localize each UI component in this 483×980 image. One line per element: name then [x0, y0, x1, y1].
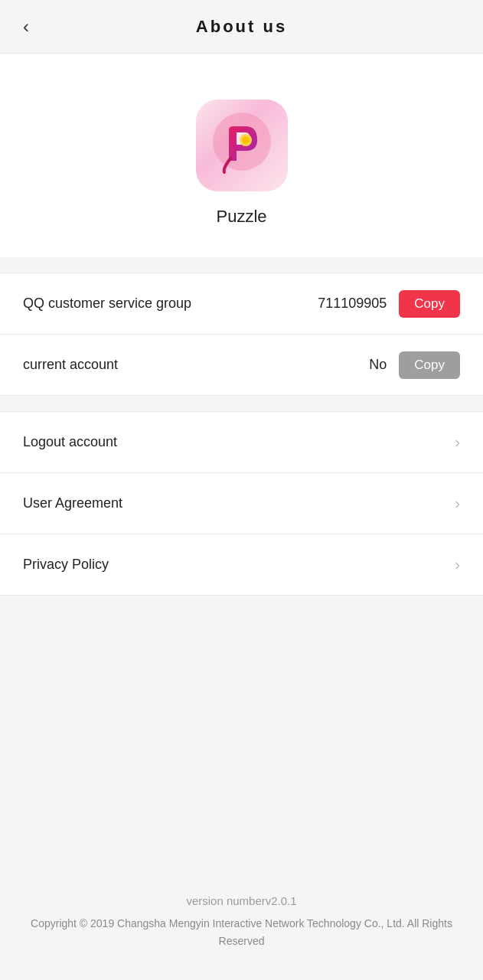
- page-title: About us: [196, 17, 287, 37]
- qq-copy-button[interactable]: Copy: [399, 290, 460, 318]
- copyright-text: Copyright © 2019 Changsha Mengyin Intera…: [0, 915, 483, 949]
- svg-point-2: [242, 136, 250, 144]
- privacy-policy-label: Privacy Policy: [23, 557, 109, 573]
- header: ‹ About us: [0, 0, 483, 54]
- privacy-policy-chevron-icon: ›: [455, 556, 460, 573]
- logout-account-row[interactable]: Logout account ›: [0, 412, 483, 473]
- app-info-section: Puzzle: [0, 54, 483, 257]
- app-icon: [196, 100, 288, 191]
- qq-right: 711109905 Copy: [318, 290, 460, 318]
- account-right: No Copy: [369, 351, 460, 379]
- qq-value: 711109905: [318, 296, 387, 312]
- logout-label: Logout account: [23, 434, 117, 450]
- account-label: current account: [23, 357, 118, 373]
- account-copy-button[interactable]: Copy: [399, 351, 460, 379]
- user-agreement-chevron-icon: ›: [455, 495, 460, 512]
- version-text: version numberv2.0.1: [186, 894, 296, 907]
- account-row: current account No Copy: [0, 335, 483, 396]
- qq-label: QQ customer service group: [23, 296, 191, 312]
- privacy-policy-row[interactable]: Privacy Policy ›: [0, 534, 483, 596]
- account-value: No: [369, 357, 387, 373]
- app-name: Puzzle: [216, 207, 266, 227]
- user-agreement-label: User Agreement: [23, 495, 122, 511]
- nav-section: Logout account › User Agreement › Privac…: [0, 411, 483, 596]
- user-agreement-row[interactable]: User Agreement ›: [0, 473, 483, 534]
- info-section: QQ customer service group 711109905 Copy…: [0, 273, 483, 396]
- footer: version numberv2.0.1 Copyright © 2019 Ch…: [0, 596, 483, 980]
- back-button[interactable]: ‹: [15, 8, 37, 45]
- logout-chevron-icon: ›: [455, 433, 460, 451]
- qq-service-row: QQ customer service group 711109905 Copy: [0, 273, 483, 335]
